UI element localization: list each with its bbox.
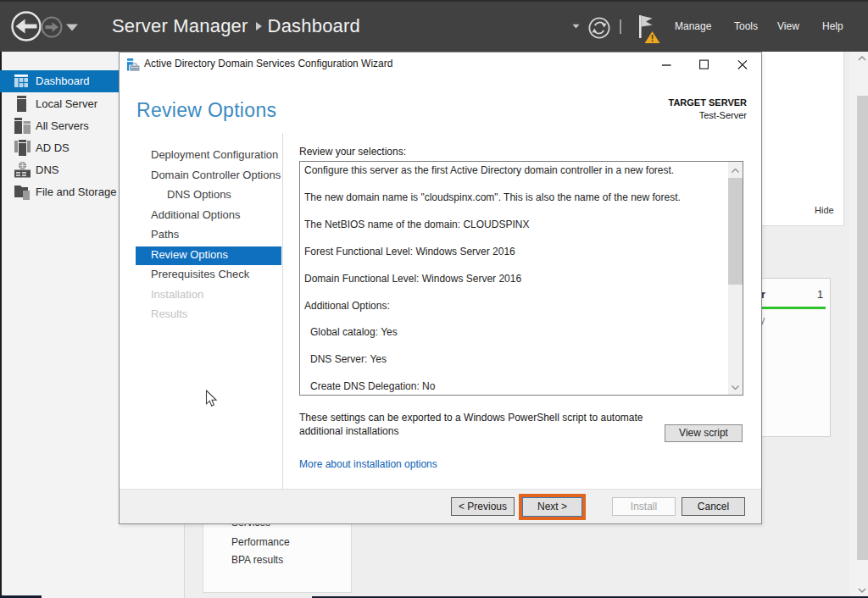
svg-text:!: ! <box>651 33 654 43</box>
